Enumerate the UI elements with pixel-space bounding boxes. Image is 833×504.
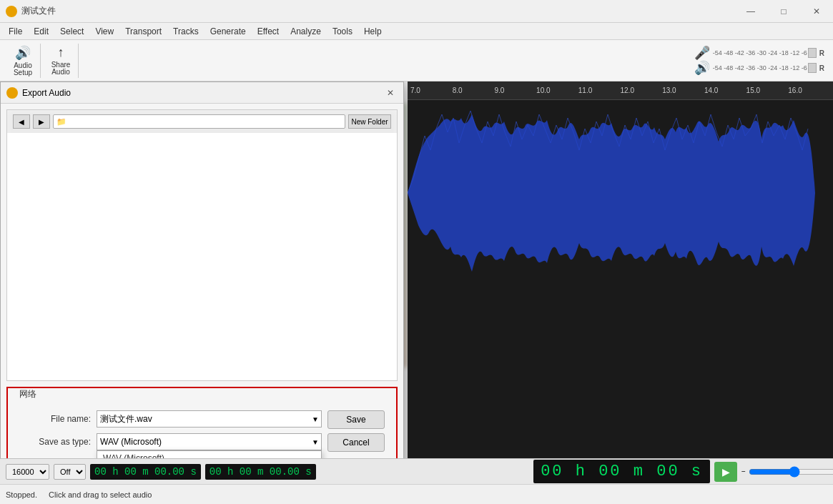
ruler-mark-7: 7.0 [410, 87, 420, 94]
maximize-btn[interactable]: □ [767, 0, 800, 23]
play-btn[interactable]: ▶ [714, 462, 737, 482]
filename-wrapper: ▼ [97, 410, 322, 428]
menu-generate[interactable]: Generate [204, 25, 252, 38]
share-audio-btn[interactable]: ↑ Share Audio [46, 46, 75, 75]
menu-edit[interactable]: Edit [28, 25, 54, 38]
saveastype-row: Save as type: ▼ WAV (Microsoft) Other un… [19, 433, 322, 450]
menu-effect[interactable]: Effect [252, 25, 285, 38]
vu-indicator-2 [808, 63, 817, 73]
form-inner: 网络 File name: ▼ [19, 394, 385, 458]
export-audio-dialog: Export Audio ✕ ◀ ▶ 📁 New Folder [0, 81, 404, 458]
form-fields: File name: ▼ Save as type: [19, 410, 322, 458]
status-hint: Click and drag to select audio [49, 490, 152, 499]
speaker-small-icon: 🔊 [694, 60, 710, 76]
minimize-btn[interactable]: — [734, 0, 767, 23]
vu-r-label-1: R [819, 49, 824, 57]
status-bar: Stopped. Click and drag to select audio [0, 484, 833, 504]
time-display-2: 00 h 00 m 00.00 s [205, 464, 316, 480]
share-audio-group: ↑ Share Audio [44, 44, 79, 78]
toolbar: 🔊 Audio Setup ↑ Share Audio 🎤 -54 -48 -4… [0, 40, 833, 81]
time-display-1: 00 h 00 m 00.00 s [90, 464, 201, 480]
vu-r-label-2: R [819, 64, 824, 72]
menu-tracks[interactable]: Tracks [167, 25, 204, 38]
filename-row: File name: ▼ [19, 410, 322, 428]
ruler-mark-16: 16.0 [788, 87, 802, 94]
nav-forward-btn[interactable]: ▶ [33, 114, 50, 129]
share-icon: ↑ [58, 45, 64, 60]
saveastype-label: Save as type: [19, 437, 91, 447]
minus-icon: − [741, 468, 746, 475]
audio-setup-label: Audio Setup [9, 62, 37, 76]
play-icon: ▶ [722, 466, 730, 478]
menu-bar: File Edit Select View Transport Tracks G… [0, 23, 833, 40]
dialog-close-btn[interactable]: ✕ [383, 86, 398, 100]
ruler-mark-13: 13.0 [662, 87, 676, 94]
cancel-btn[interactable]: Cancel [327, 433, 385, 452]
dropdown-item-wav[interactable]: WAV (Microsoft) [97, 451, 321, 458]
menu-analyze[interactable]: Analyze [285, 25, 327, 38]
ruler: 7.0 8.0 9.0 10.0 11.0 12.0 13.0 14.0 15.… [408, 81, 833, 100]
network-label: 网络 [19, 388, 385, 400]
filename-input[interactable] [97, 410, 322, 428]
menu-file[interactable]: File [3, 25, 28, 38]
ruler-mark-14: 14.0 [704, 87, 718, 94]
ruler-mark-11: 11.0 [578, 87, 592, 94]
menu-transport[interactable]: Transport [119, 25, 167, 38]
ruler-marks: 7.0 8.0 9.0 10.0 11.0 12.0 13.0 14.0 15.… [410, 81, 830, 99]
file-browser[interactable]: ◀ ▶ 📁 New Folder [6, 109, 398, 381]
menu-tools[interactable]: Tools [327, 25, 358, 38]
dialog-title-bar: Export Audio ✕ [1, 82, 403, 104]
saveastype-wrapper[interactable]: ▼ WAV (Microsoft) Other uncompressed fil… [97, 433, 322, 450]
save-btn[interactable]: Save [327, 410, 385, 429]
vu-meter-section: 🎤 -54 -48 -42 -36 -30 -24 -18 -12 -6 R 🔊… [691, 44, 827, 77]
sample-rate-select[interactable]: 16000 44100 48000 [6, 464, 49, 480]
menu-help[interactable]: Help [358, 25, 388, 38]
dialog-title: Export Audio [22, 88, 379, 98]
dialog-form: 网络 File name: ▼ [6, 387, 398, 458]
address-bar[interactable]: 📁 [53, 114, 345, 129]
app-icon [6, 6, 17, 17]
vu-indicator-1 [808, 48, 817, 58]
title-bar-controls: — □ ✕ [734, 0, 833, 23]
title-bar: 测试文件 — □ ✕ [0, 0, 833, 23]
main-time-display: 00 h 00 m 00 s [533, 460, 710, 483]
menu-view[interactable]: View [89, 25, 119, 38]
waveform-group [408, 111, 815, 272]
volume-slider[interactable] [749, 466, 833, 478]
ruler-mark-15: 15.0 [746, 87, 760, 94]
audio-setup-btn[interactable]: 🔊 Audio Setup [9, 46, 37, 75]
filename-label: File name: [19, 414, 91, 424]
dialog-buttons: Save Cancel [327, 410, 385, 458]
vu-meter-row-2: 🔊 -54 -48 -42 -36 -30 -24 -18 -12 -6 R [694, 61, 824, 74]
form-and-buttons: File name: ▼ Save as type: [19, 410, 385, 458]
audio-setup-group: 🔊 Audio Setup [6, 44, 41, 78]
off-select[interactable]: Off On [54, 464, 86, 480]
share-audio-label: Share Audio [46, 61, 75, 76]
transport-bar: 16000 44100 48000 Off On 00 h 00 m 00.00… [0, 458, 833, 484]
title-bar-text: 测试文件 [21, 5, 56, 17]
ruler-mark-9: 9.0 [494, 87, 504, 94]
new-folder-btn[interactable]: New Folder [348, 114, 391, 129]
format-dropdown-list[interactable]: WAV (Microsoft) Other uncompressed files… [97, 450, 322, 458]
left-panel: Export Audio ✕ ◀ ▶ 📁 New Folder [0, 81, 408, 458]
saveastype-input[interactable] [97, 433, 322, 450]
mic-icon: 🎤 [694, 45, 710, 61]
waveform-area[interactable] [408, 100, 833, 458]
menu-select[interactable]: Select [54, 25, 89, 38]
vu-meter-bars-2: -54 -48 -42 -36 -30 -24 -18 -12 -6 [713, 63, 817, 73]
dialog-app-icon [6, 87, 18, 99]
browser-content[interactable] [7, 133, 397, 380]
vu-meter-bars-1: -54 -48 -42 -36 -30 -24 -18 -12 -6 [713, 48, 817, 58]
main-container: Export Audio ✕ ◀ ▶ 📁 New Folder [0, 81, 833, 458]
volume-slider-container: − + [741, 466, 827, 478]
status-text: Stopped. [6, 490, 37, 499]
ruler-mark-8: 8.0 [453, 87, 463, 94]
waveform-svg [408, 100, 833, 458]
speaker-icon: 🔊 [15, 45, 31, 61]
right-panel: 7.0 8.0 9.0 10.0 11.0 12.0 13.0 14.0 15.… [408, 81, 833, 458]
close-btn[interactable]: ✕ [800, 0, 833, 23]
nav-back-btn[interactable]: ◀ [13, 114, 30, 129]
ruler-mark-12: 12.0 [621, 87, 634, 94]
ruler-mark-10: 10.0 [536, 87, 550, 94]
browser-nav: ◀ ▶ 📁 New Folder [7, 110, 397, 133]
